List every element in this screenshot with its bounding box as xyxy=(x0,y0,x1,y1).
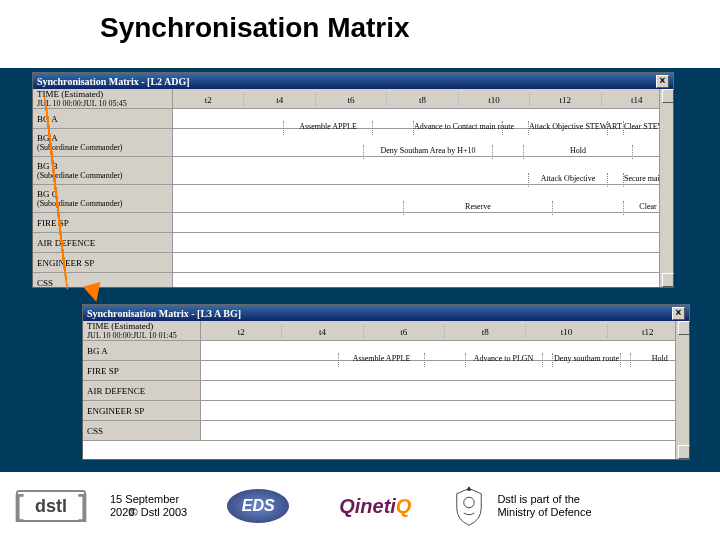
time-tick: t8 xyxy=(445,324,526,337)
matrix-row: AIR DEFENCE xyxy=(33,233,673,253)
close-icon[interactable]: × xyxy=(672,307,685,320)
time-tick: t12 xyxy=(530,92,601,105)
svg-point-0 xyxy=(464,497,475,508)
window-title: Synchronisation Matrix - [L2 ADG] xyxy=(37,76,190,87)
time-tick: t4 xyxy=(244,92,315,105)
activity-bar[interactable]: Advance to Contact main route xyxy=(413,121,503,135)
time-tick: t2 xyxy=(173,92,244,105)
activity-bar[interactable]: Deny Southam Area by H+10 xyxy=(363,145,493,159)
matrix-grid: TIME (Estimated)JUL 10 00:00:JUL 10 05:4… xyxy=(33,89,673,287)
time-tick: t10 xyxy=(526,324,607,337)
row-label: ENGINEER SP xyxy=(83,401,201,420)
activity-bar[interactable]: Assemble APPLE xyxy=(283,121,373,135)
date-line: 15 September xyxy=(110,493,187,506)
activity-bar[interactable]: Reserve xyxy=(403,201,553,215)
matrix-row: ENGINEER SP xyxy=(83,401,689,421)
dstl-logo: dstl xyxy=(16,490,86,522)
row-label: BG A xyxy=(83,341,201,360)
matrix-row: BG AAssemble APPLEAdvance to Contact mai… xyxy=(33,109,673,129)
activity-bar[interactable]: Assemble APPLE xyxy=(338,353,426,367)
matrix-window-l3: Synchronisation Matrix - [L3 A BG] × TIM… xyxy=(82,304,690,460)
date-line: 2020 © Dstl 2003 xyxy=(110,506,187,519)
mod-text: Dstl is part of the Ministry of Defence xyxy=(497,493,591,519)
time-tick: t2 xyxy=(201,324,282,337)
mod-crest-icon xyxy=(451,485,487,527)
matrix-row: FIRE SP xyxy=(33,213,673,233)
time-tick: t10 xyxy=(459,92,530,105)
window-titlebar[interactable]: Synchronisation Matrix - [L3 A BG] × xyxy=(83,305,689,321)
page-title: Synchronisation Matrix xyxy=(100,12,720,44)
qinetiq-logo: QinetiQ xyxy=(339,495,411,518)
date-block: 15 September 2020 © Dstl 2003 xyxy=(110,493,187,519)
matrix-row: ENGINEER SP xyxy=(33,253,673,273)
matrix-row: BG AAssemble APPLEAdvance to PLGNDeny so… xyxy=(83,341,689,361)
scrollbar[interactable] xyxy=(659,89,673,287)
close-icon[interactable]: × xyxy=(656,75,669,88)
row-label: BG A xyxy=(33,109,173,128)
matrix-row: CSS xyxy=(33,273,673,287)
activity-bar[interactable]: Hold xyxy=(523,145,633,159)
time-tick: t8 xyxy=(387,92,458,105)
activity-bar[interactable]: Deny southam route xyxy=(552,353,620,367)
matrix-row: AIR DEFENCE xyxy=(83,381,689,401)
row-label: ENGINEER SP xyxy=(33,253,173,272)
matrix-row: BG B(Subordinate Commander)Attack Object… xyxy=(33,157,673,185)
window-titlebar[interactable]: Synchronisation Matrix - [L2 ADG] × xyxy=(33,73,673,89)
time-tick: t6 xyxy=(316,92,387,105)
row-label: AIR DEFENCE xyxy=(83,381,201,400)
title-area: Synchronisation Matrix xyxy=(0,0,720,68)
time-label-cell: TIME (Estimated)JUL 10 00:00:JUL 10 01:4… xyxy=(83,321,201,340)
row-label: FIRE SP xyxy=(83,361,201,380)
time-tick: t6 xyxy=(364,324,445,337)
scrollbar[interactable] xyxy=(675,321,689,459)
time-label-cell: TIME (Estimated)JUL 10 00:00:JUL 10 05:4… xyxy=(33,89,173,108)
row-label: CSS xyxy=(33,273,173,287)
activity-bar[interactable]: Attack Objective STEWART xyxy=(528,121,608,135)
footer: dstl 15 September 2020 © Dstl 2003 EDS Q… xyxy=(0,472,720,540)
matrix-row: CSS xyxy=(83,421,689,441)
mod-line: Ministry of Defence xyxy=(497,506,591,519)
time-tick: t4 xyxy=(282,324,363,337)
matrix-row: BG C(Subordinate Commander)ReserveClear xyxy=(33,185,673,213)
row-label: CSS xyxy=(83,421,201,440)
matrix-grid: TIME (Estimated)JUL 10 00:00:JUL 10 01:4… xyxy=(83,321,689,459)
mod-line: Dstl is part of the xyxy=(497,493,591,506)
panel-area: Synchronisation Matrix - [L2 ADG] × TIME… xyxy=(0,68,720,472)
row-label: AIR DEFENCE xyxy=(33,233,173,252)
matrix-window-l2: Synchronisation Matrix - [L2 ADG] × TIME… xyxy=(32,72,674,288)
activity-bar[interactable]: Advance to PLGN xyxy=(465,353,543,367)
eds-logo: EDS xyxy=(227,489,289,523)
activity-bar[interactable]: Attack Objective xyxy=(528,173,608,187)
window-title: Synchronisation Matrix - [L3 A BG] xyxy=(87,308,241,319)
